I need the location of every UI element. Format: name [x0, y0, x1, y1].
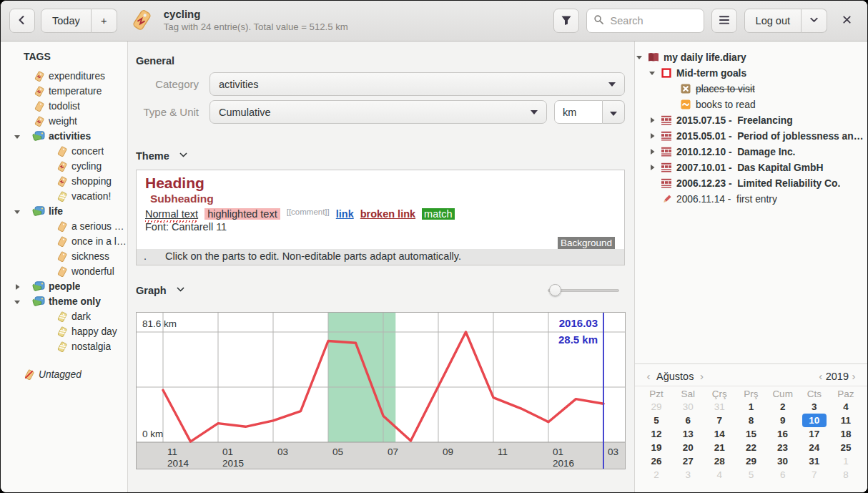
- calendar-day-22[interactable]: 22: [735, 441, 766, 454]
- tree-item-2015-07-15-freelancing[interactable]: 2015.07.15 - Freelancing: [635, 112, 867, 128]
- tree-item-mid-term-goals[interactable]: Mid-term goals: [635, 65, 867, 81]
- sidebar-item-dark[interactable]: dark: [1, 309, 127, 324]
- sidebar-item-sickness[interactable]: sickness: [1, 249, 127, 264]
- sidebar-item-a-serious-acco[interactable]: a serious acco…: [1, 219, 127, 234]
- calendar-day-14[interactable]: 14: [704, 427, 735, 441]
- back-button[interactable]: [9, 9, 35, 33]
- chevron-down-icon[interactable]: [176, 285, 185, 296]
- preview-comment[interactable]: [[comment]]: [287, 208, 330, 216]
- calendar-day-24[interactable]: 24: [799, 441, 830, 454]
- logout-button[interactable]: Log out: [744, 9, 802, 33]
- new-entry-button[interactable]: +: [92, 9, 117, 33]
- tree-item-my-daily-life-diary[interactable]: my daily life.diary: [635, 49, 867, 65]
- calendar-day-31-muted[interactable]: 31: [704, 400, 735, 414]
- sidebar-item-theme-only[interactable]: theme only: [1, 294, 127, 309]
- tree-item-2007-10-01-das-kapital-gmbh[interactable]: 2007.10.01 - Das Kapital GmbH: [635, 160, 867, 175]
- next-month-button[interactable]: ›: [696, 370, 706, 382]
- calendar-day-12[interactable]: 12: [641, 427, 672, 441]
- calendar-day-30[interactable]: 30: [767, 454, 799, 468]
- calendar-day-17[interactable]: 17: [799, 427, 830, 441]
- sidebar-item-untagged[interactable]: Untagged: [1, 367, 127, 382]
- tree-item-2006-11-14-first-entry[interactable]: 2006.11.14 - first entry: [635, 191, 867, 207]
- prev-month-button[interactable]: ‹: [643, 370, 654, 382]
- prev-year-button[interactable]: ‹: [816, 370, 826, 382]
- calendar-day-1[interactable]: 1: [735, 400, 766, 414]
- calendar-day-16[interactable]: 16: [767, 427, 799, 441]
- expander-closed-icon[interactable]: [648, 117, 656, 124]
- preview-background-chip[interactable]: Background: [558, 237, 615, 249]
- calendar-day-8-muted[interactable]: 8: [830, 468, 862, 482]
- theme-preview[interactable]: Heading Subheading Normal text highlight…: [136, 170, 625, 265]
- calendar-day-7-muted[interactable]: 7: [799, 468, 830, 482]
- filter-button[interactable]: [553, 9, 579, 33]
- calendar-day-3[interactable]: 3: [799, 400, 830, 414]
- calendar-day-19[interactable]: 19: [641, 441, 672, 454]
- expander-open-icon[interactable]: [14, 133, 21, 140]
- calendar-day-4-muted[interactable]: 4: [704, 468, 735, 482]
- calendar-day-5[interactable]: 5: [641, 414, 672, 427]
- calendar-day-20[interactable]: 20: [672, 441, 704, 454]
- expander-closed-icon[interactable]: [14, 283, 21, 291]
- calendar-day-7[interactable]: 7: [704, 414, 735, 427]
- preview-subheading[interactable]: Subheading: [150, 192, 616, 206]
- unit-entry[interactable]: km: [554, 100, 603, 124]
- calendar-day-21[interactable]: 21: [704, 441, 735, 454]
- theme-section-header[interactable]: Theme: [136, 150, 625, 162]
- menu-button[interactable]: [711, 9, 737, 33]
- logout-menu-button[interactable]: [802, 9, 827, 33]
- sidebar-item-cycling[interactable]: cycling: [1, 159, 127, 174]
- calendar-day-3-muted[interactable]: 3: [672, 468, 704, 482]
- calendar-day-18[interactable]: 18: [830, 427, 862, 441]
- expander-open-icon[interactable]: [14, 298, 21, 306]
- calendar-day-6-muted[interactable]: 6: [767, 468, 799, 482]
- sidebar-item-weight[interactable]: weight: [1, 114, 127, 129]
- expander-closed-icon[interactable]: [648, 148, 656, 155]
- sidebar-item-activities[interactable]: activities: [1, 129, 127, 144]
- entry-values-chart[interactable]: 2016.0328.5 km0 km81.6 km112014012015030…: [136, 312, 625, 469]
- preview-font-line[interactable]: Font: Cantarell 11: [145, 221, 616, 233]
- calendar-day-9[interactable]: 9: [767, 414, 799, 427]
- calendar-day-30-muted[interactable]: 30: [672, 400, 704, 414]
- tree-item-places-to-visit[interactable]: places to visit: [635, 81, 867, 97]
- calendar-day-13[interactable]: 13: [672, 427, 704, 441]
- next-year-button[interactable]: ›: [849, 370, 859, 382]
- preview-highlighted-text[interactable]: highlighted text: [204, 208, 280, 220]
- preview-heading[interactable]: Heading: [145, 174, 616, 192]
- preview-normal-text[interactable]: Normal text: [145, 208, 198, 220]
- sidebar-item-shopping[interactable]: shopping: [1, 174, 127, 189]
- sidebar-item-wonderful[interactable]: wonderful: [1, 264, 127, 279]
- calendar-day-28[interactable]: 28: [704, 454, 735, 468]
- graph-zoom-slider[interactable]: [548, 284, 619, 296]
- calendar-day-8[interactable]: 8: [735, 414, 766, 427]
- sidebar-item-todolist[interactable]: todolist: [1, 99, 127, 114]
- calendar-day-1-muted[interactable]: 1: [830, 454, 862, 468]
- preview-match[interactable]: match: [422, 208, 455, 220]
- search-input[interactable]: [609, 14, 697, 27]
- tree-item-2010-12-10-damage-inc[interactable]: 2010.12.10 - Damage Inc.: [635, 144, 867, 160]
- today-button[interactable]: Today: [41, 9, 92, 33]
- tree-item-2006-12-23-limited-reliability-co[interactable]: 2006.12.23 - Limited Reliability Co.: [635, 175, 867, 191]
- calendar-day-26[interactable]: 26: [641, 454, 672, 468]
- graph-section-title-wrap[interactable]: Graph: [136, 285, 185, 296]
- preview-link[interactable]: link: [336, 208, 354, 220]
- calendar-day-29[interactable]: 29: [735, 454, 766, 468]
- calendar-day-25[interactable]: 25: [830, 441, 862, 454]
- calendar-day-5-muted[interactable]: 5: [735, 468, 766, 482]
- sidebar-item-vacation[interactable]: vacation!: [1, 189, 127, 204]
- chevron-down-icon[interactable]: [179, 150, 188, 162]
- sidebar-item-concert[interactable]: concert: [1, 144, 127, 159]
- sidebar-item-once-in-a-lifeti[interactable]: once in a lifeti…: [1, 234, 127, 249]
- unit-dropdown-button[interactable]: [603, 100, 625, 124]
- calendar-day-10[interactable]: 10: [802, 414, 827, 427]
- tree-item-books-to-read[interactable]: books to read: [635, 97, 867, 112]
- calendar-day-6[interactable]: 6: [672, 414, 704, 427]
- category-select[interactable]: activities: [209, 72, 625, 96]
- calendar-day-31[interactable]: 31: [799, 454, 830, 468]
- sidebar-item-expenditures[interactable]: expenditures: [1, 69, 127, 84]
- slider-handle[interactable]: [549, 284, 561, 296]
- sidebar-item-happy-day[interactable]: happy day: [1, 324, 127, 339]
- calendar-day-15[interactable]: 15: [735, 427, 766, 441]
- close-window-button[interactable]: [834, 9, 859, 33]
- tree-item-2015-05-01-period-of-joblessness-and-joy[interactable]: 2015.05.01 - Period of joblessness and j…: [635, 128, 867, 144]
- sidebar-item-nostalgia[interactable]: nostalgia: [1, 339, 127, 354]
